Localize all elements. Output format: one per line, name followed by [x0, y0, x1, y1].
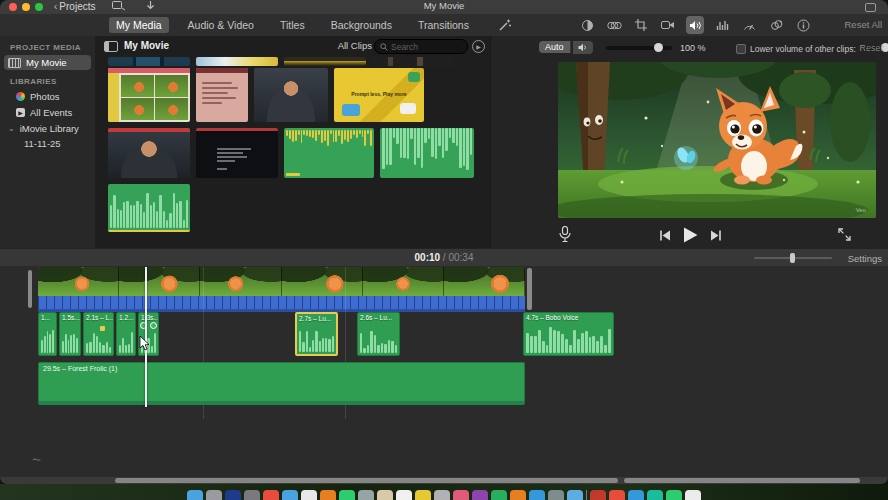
- auto-volume-button[interactable]: Auto: [539, 41, 571, 53]
- chevron-down-icon[interactable]: ⌄: [8, 124, 15, 133]
- circle-arrow-icon[interactable]: ▶: [472, 40, 485, 53]
- color-balance-icon[interactable]: [578, 16, 596, 34]
- enhance-wand-icon[interactable]: [498, 18, 512, 32]
- dock-app-icon[interactable]: [396, 490, 412, 500]
- noise-reduction-icon[interactable]: [713, 16, 731, 34]
- filmstrip-frame[interactable]: [119, 267, 200, 296]
- dock-app-icon[interactable]: [590, 490, 606, 500]
- dock-app-icon[interactable]: [548, 490, 564, 500]
- timeline[interactable]: 1... 1.5s... 2.1s – L... 1.2... 1.3s... …: [0, 266, 888, 477]
- dock-app-icon[interactable]: [510, 490, 526, 500]
- audio-clip[interactable]: 1...: [38, 312, 57, 356]
- audio-clip[interactable]: 1.2...: [116, 312, 136, 356]
- media-thumbnail-document[interactable]: [196, 68, 248, 122]
- reset-all-button[interactable]: Reset All: [845, 19, 883, 30]
- dock-app-icon[interactable]: [609, 490, 625, 500]
- filmstrip-frame[interactable]: [444, 267, 525, 296]
- dock-app-icon[interactable]: [225, 490, 241, 500]
- dock-app-icon[interactable]: [415, 490, 431, 500]
- media-thumbnail[interactable]: [108, 57, 190, 66]
- audio-clip-selected[interactable]: 2.7s – Lu...: [295, 312, 338, 356]
- media-thumbnail-audio-yellow[interactable]: [284, 128, 374, 178]
- media-thumbnail[interactable]: [372, 57, 454, 66]
- audio-clip[interactable]: 1.5s...: [59, 312, 81, 356]
- dock-app-icon[interactable]: [206, 490, 222, 500]
- filmstrip-frame[interactable]: [38, 267, 119, 296]
- timeline-settings-button[interactable]: Settings: [848, 253, 882, 264]
- media-thumbnail-audio-green[interactable]: [380, 128, 474, 178]
- horizontal-scrollbar[interactable]: [115, 478, 618, 483]
- video-clip-filmstrip[interactable]: [38, 267, 525, 296]
- dock-app-icon[interactable]: [244, 490, 260, 500]
- tab-audio-video[interactable]: Audio & Video: [181, 17, 261, 33]
- lower-volume-checkbox[interactable]: [736, 44, 746, 54]
- dock-app-icon[interactable]: [472, 490, 488, 500]
- fullscreen-button[interactable]: [838, 228, 851, 241]
- horizontal-scrollbar[interactable]: [624, 478, 860, 483]
- dock-app-icon[interactable]: [339, 490, 355, 500]
- dock-app-icon[interactable]: [263, 490, 279, 500]
- info-icon[interactable]: [794, 16, 812, 34]
- fade-handle[interactable]: [150, 322, 157, 329]
- filmstrip-frame[interactable]: [363, 267, 444, 296]
- sidebar-item-library-date[interactable]: 11-11-25: [24, 138, 95, 149]
- skip-forward-button[interactable]: [710, 230, 722, 241]
- timeline-zoom-slider[interactable]: [754, 257, 832, 259]
- skip-back-button[interactable]: [659, 230, 671, 241]
- dock-app-icon[interactable]: [567, 490, 583, 500]
- dock-app-icon[interactable]: [434, 490, 450, 500]
- reset-volume-button[interactable]: Reset: [859, 43, 883, 53]
- sidebar-item-all-events[interactable]: ▶ All Events: [12, 105, 91, 120]
- media-thumbnail-fox-grid[interactable]: [108, 68, 190, 122]
- stabilization-icon[interactable]: [659, 16, 677, 34]
- dock-app-icon[interactable]: [282, 490, 298, 500]
- media-thumbnail-presenter-2[interactable]: [108, 128, 190, 178]
- filmstrip-frame[interactable]: [282, 267, 363, 296]
- dock-app-icon[interactable]: [529, 490, 545, 500]
- tab-backgrounds[interactable]: Backgrounds: [324, 17, 399, 33]
- dock-app-icon[interactable]: [628, 490, 644, 500]
- dock-app-icon[interactable]: [187, 490, 203, 500]
- dock-app-icon[interactable]: [453, 490, 469, 500]
- audio-clip[interactable]: 2.1s – L...: [83, 312, 114, 356]
- tab-transitions[interactable]: Transitions: [411, 17, 476, 33]
- timeline-left-edge-handle[interactable]: [28, 270, 32, 308]
- media-thumbnail[interactable]: [284, 57, 366, 66]
- dock-app-icon[interactable]: [647, 490, 663, 500]
- dock-app-icon[interactable]: [377, 490, 393, 500]
- media-thumbnail-code-screen[interactable]: [196, 128, 278, 178]
- sidebar-item-my-movie[interactable]: My Movie: [4, 55, 91, 70]
- dock-app-icon[interactable]: [685, 490, 701, 500]
- color-correction-icon[interactable]: [605, 16, 623, 34]
- media-thumbnail[interactable]: [196, 57, 278, 66]
- volume-slider[interactable]: [606, 46, 672, 50]
- dock-app-icon[interactable]: [320, 490, 336, 500]
- crop-icon[interactable]: [632, 16, 650, 34]
- toggle-sidebar-icon[interactable]: [104, 41, 118, 52]
- mute-button[interactable]: [573, 41, 593, 54]
- speed-icon[interactable]: [740, 16, 758, 34]
- play-button[interactable]: [683, 227, 698, 243]
- media-thumbnail-promo[interactable]: Prompt less, Play more: [334, 68, 424, 122]
- background-music-clip[interactable]: 29.5s – Forest Frolic (1): [38, 362, 525, 405]
- media-thumbnail-presenter[interactable]: [254, 68, 328, 122]
- media-thumbnail-audio-clip[interactable]: [108, 184, 190, 232]
- display-icon[interactable]: [865, 3, 876, 12]
- attached-audio-strip[interactable]: [38, 296, 525, 312]
- dock-app-icon[interactable]: [358, 490, 374, 500]
- volume-keyframe-marker[interactable]: [100, 326, 105, 331]
- dock-app-icon[interactable]: [666, 490, 682, 500]
- search-input[interactable]: Search: [374, 39, 468, 54]
- clip-right-edge-handle[interactable]: [527, 268, 532, 310]
- volume-slider-knob[interactable]: [654, 43, 663, 52]
- volume-tool-icon[interactable]: [686, 16, 704, 34]
- dock-app-icon[interactable]: [301, 490, 317, 500]
- dock-app-icon[interactable]: [491, 490, 507, 500]
- sidebar-item-imovie-library[interactable]: ⌄ iMovie Library: [4, 121, 91, 136]
- zoom-slider-thumb[interactable]: [790, 253, 795, 263]
- audio-clip[interactable]: 2.6s – Lu...: [357, 312, 400, 356]
- filmstrip-frame[interactable]: [200, 267, 281, 296]
- tab-my-media[interactable]: My Media: [109, 17, 169, 33]
- audio-clip-bobo-voice[interactable]: 4.7s – Bobo Voice: [523, 312, 614, 356]
- effects-icon[interactable]: [767, 16, 785, 34]
